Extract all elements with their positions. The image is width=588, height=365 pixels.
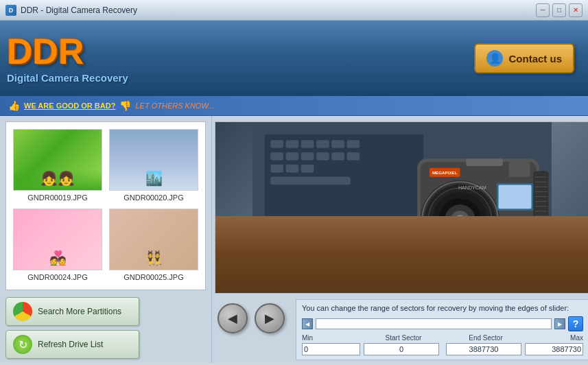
svg-rect-13 — [347, 152, 360, 160]
photo-grid-container[interactable]: GNDR00019.JPG GNDR00020.JPG GNDR00024.JP… — [5, 121, 206, 290]
left-panel: GNDR00019.JPG GNDR00020.JPG GNDR00024.JP… — [0, 116, 212, 363]
svg-rect-6 — [332, 141, 344, 148]
right-panel: MEGAPIXEL HANDYCAM — [212, 116, 588, 363]
rating-banner[interactable]: 👍 WE ARE GOOD OR BAD? 👎 LET OTHERS KNOW.… — [0, 96, 588, 116]
max-value-input[interactable] — [525, 343, 583, 355]
svg-rect-14 — [271, 165, 283, 172]
svg-rect-9 — [286, 152, 298, 160]
sector-area: You can change the range of sectors for … — [296, 299, 588, 360]
list-item[interactable]: GNDR00025.JPG — [109, 209, 198, 281]
next-button[interactable]: ▶ — [255, 303, 285, 333]
svg-rect-19 — [252, 229, 552, 242]
list-item[interactable]: GNDR00020.JPG — [109, 129, 198, 202]
prev-button[interactable]: ◀ — [217, 303, 248, 333]
bottom-controls: ◀ ▶ You can change the range of sectors … — [212, 296, 588, 363]
list-item[interactable]: GNDR00024.JPG — [13, 209, 102, 281]
main-content: GNDR00019.JPG GNDR00020.JPG GNDR00024.JP… — [0, 116, 588, 363]
photo-thumbnail — [13, 129, 102, 191]
contact-icon: 👤 — [486, 50, 503, 67]
end-sector-input[interactable] — [446, 343, 521, 355]
photo-grid: GNDR00019.JPG GNDR00020.JPG GNDR00024.JP… — [6, 122, 205, 288]
photo-filename: GNDR00019.JPG — [27, 193, 87, 202]
sector-hint: You can change the range of sectors for … — [302, 304, 583, 312]
search-partitions-button[interactable]: Search More Partitions — [5, 297, 139, 326]
svg-rect-8 — [271, 152, 283, 160]
app-icon: D — [5, 5, 16, 16]
photo-filename: GNDR00020.JPG — [124, 193, 183, 202]
start-sector-input[interactable] — [364, 343, 439, 355]
end-sector-label: End Sector — [445, 334, 527, 342]
sector-labels: Min Start Sector End Sector Max — [302, 334, 583, 342]
maximize-button[interactable]: □ — [552, 3, 566, 17]
thumbs-up-icon: 👍 — [8, 100, 20, 111]
slider-left-arrow[interactable]: ◀ — [302, 318, 313, 329]
start-sector-label: Start Sector — [362, 334, 445, 342]
svg-rect-15 — [286, 165, 298, 172]
minimize-button[interactable]: ─ — [536, 3, 550, 17]
svg-rect-2 — [271, 141, 283, 148]
svg-rect-5 — [317, 141, 329, 148]
svg-rect-34 — [499, 185, 532, 209]
svg-rect-3 — [286, 141, 298, 148]
camera-svg: MEGAPIXEL HANDYCAM — [215, 122, 588, 293]
min-value-input[interactable] — [302, 343, 360, 355]
photo-filename: GNDR00024.JPG — [27, 273, 87, 281]
titlebar: D DDR - Digital Camera Recovery ─ □ ✕ — [0, 0, 588, 21]
refresh-drive-icon: ↻ — [13, 335, 32, 354]
list-item[interactable]: GNDR00019.JPG — [13, 129, 102, 202]
rating-subtext: LET OTHERS KNOW... — [135, 102, 214, 110]
photo-thumbnail — [109, 209, 198, 270]
navigation-controls: ◀ ▶ — [215, 299, 287, 336]
slider-track[interactable] — [316, 318, 552, 329]
svg-rect-7 — [347, 141, 360, 148]
svg-rect-18 — [252, 229, 552, 293]
action-buttons: Search More Partitions ↻ Refresh Drive L… — [0, 293, 211, 363]
sector-values — [302, 343, 583, 355]
svg-rect-12 — [332, 152, 344, 160]
slider-row: ◀ ▶ ? — [302, 316, 583, 331]
min-label: Min — [302, 334, 362, 342]
camera-preview: MEGAPIXEL HANDYCAM — [215, 121, 588, 294]
svg-rect-11 — [317, 152, 329, 160]
svg-rect-32 — [509, 162, 530, 177]
svg-rect-4 — [301, 141, 314, 148]
thumbs-down-icon: 👎 — [119, 100, 131, 111]
svg-point-27 — [451, 211, 469, 229]
app-subtitle: Digital Camera Recovery — [7, 72, 128, 84]
header-left: DDR Digital Camera Recovery — [7, 34, 128, 84]
photo-thumbnail — [109, 129, 198, 191]
help-button[interactable]: ? — [568, 316, 583, 331]
svg-point-28 — [455, 215, 464, 224]
rating-text: WE ARE GOOD OR BAD? — [24, 102, 115, 110]
refresh-drive-button[interactable]: ↻ Refresh Drive List — [5, 330, 139, 359]
svg-rect-31 — [466, 158, 502, 166]
photo-filename: GNDR00025.JPG — [124, 273, 183, 281]
contact-button[interactable]: 👤 Contact us — [474, 43, 574, 73]
close-button[interactable]: ✕ — [569, 3, 583, 17]
app-logo: DDR — [7, 34, 128, 69]
photo-thumbnail — [13, 209, 102, 270]
titlebar-left: D DDR - Digital Camera Recovery — [5, 5, 137, 16]
svg-rect-38 — [533, 171, 548, 250]
contact-label: Contact us — [508, 53, 562, 64]
titlebar-title: DDR - Digital Camera Recovery — [21, 5, 137, 15]
svg-rect-10 — [301, 152, 314, 160]
search-partitions-icon — [13, 302, 32, 321]
svg-rect-16 — [301, 165, 314, 172]
svg-point-26 — [445, 204, 475, 235]
search-partitions-label: Search More Partitions — [38, 307, 121, 316]
header: DDR Digital Camera Recovery 👤 Contact us — [0, 21, 588, 96]
svg-text:HANDYCAM: HANDYCAM — [458, 185, 486, 191]
titlebar-controls: ─ □ ✕ — [536, 3, 583, 17]
max-label: Max — [527, 334, 583, 342]
svg-text:MEGAPIXEL: MEGAPIXEL — [432, 170, 458, 175]
svg-rect-17 — [271, 177, 351, 185]
refresh-drive-label: Refresh Drive List — [38, 340, 103, 349]
slider-right-arrow[interactable]: ▶ — [554, 318, 565, 329]
